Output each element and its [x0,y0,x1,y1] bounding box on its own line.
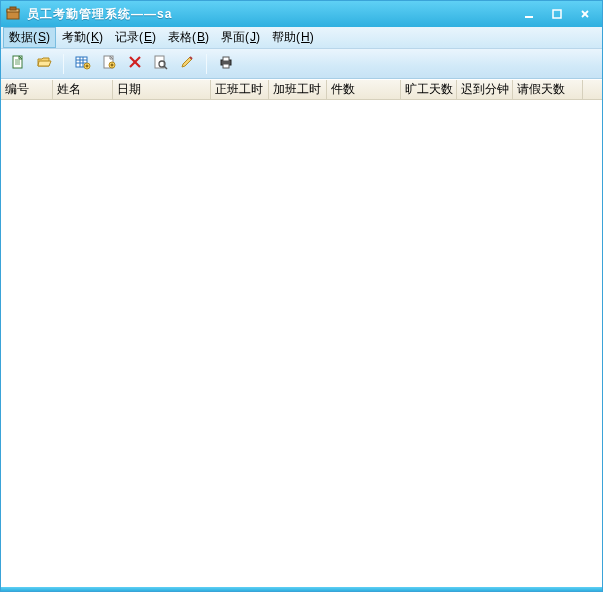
open-folder-icon [36,54,52,73]
table-add-button[interactable] [72,53,94,75]
menu-e[interactable]: 记录(E) [109,27,162,48]
content-area: 编号姓名日期正班工时加班工时件数旷工天数迟到分钟请假天数 [1,79,602,587]
svg-rect-3 [525,16,533,18]
menu-j[interactable]: 界面(J) [215,27,266,48]
print-button[interactable] [215,53,237,75]
toolbar [1,49,602,79]
app-icon [5,6,21,22]
edit-icon [179,54,195,73]
table-body[interactable] [1,100,602,587]
window-controls [514,5,598,23]
edit-button[interactable] [176,53,198,75]
column-header-name[interactable]: 姓名 [53,80,113,99]
column-header-date[interactable]: 日期 [113,80,211,99]
page-add-icon [101,54,117,73]
menu-s[interactable]: 数据(S) [3,27,56,48]
table-header: 编号姓名日期正班工时加班工时件数旷工天数迟到分钟请假天数 [1,80,602,100]
svg-rect-4 [553,10,561,18]
window-bottom-border [1,587,602,591]
svg-rect-2 [10,7,16,10]
menu-k[interactable]: 考勤(K) [56,27,109,48]
column-header-absent[interactable]: 旷工天数 [401,80,457,99]
svg-rect-29 [223,57,229,61]
menubar: 数据(S)考勤(K)记录(E)表格(B)界面(J)帮助(H) [1,27,602,49]
search-button[interactable] [150,53,172,75]
column-header-normal[interactable]: 正班工时 [211,80,269,99]
svg-rect-30 [223,64,229,68]
column-header-late[interactable]: 迟到分钟 [457,80,513,99]
delete-icon [127,54,143,73]
print-icon [218,54,234,73]
minimize-button[interactable] [516,5,542,23]
maximize-button[interactable] [544,5,570,23]
column-header-ot[interactable]: 加班工时 [269,80,327,99]
table-add-icon [75,54,91,73]
new-file-button[interactable] [7,53,29,75]
toolbar-separator [63,54,64,74]
window-title: 员工考勤管理系统——sa [27,6,514,23]
titlebar: 员工考勤管理系统——sa [1,1,602,27]
search-icon [153,54,169,73]
new-file-icon [10,54,26,73]
page-add-button[interactable] [98,53,120,75]
svg-line-27 [164,66,167,69]
open-folder-button[interactable] [33,53,55,75]
window: 员工考勤管理系统——sa 数据(S)考勤(K)记录(E)表格(B)界面(J)帮助… [0,0,603,592]
close-button[interactable] [572,5,598,23]
column-header-id[interactable]: 编号 [1,80,53,99]
menu-h[interactable]: 帮助(H) [266,27,320,48]
menu-b[interactable]: 表格(B) [162,27,215,48]
column-header-pieces[interactable]: 件数 [327,80,401,99]
delete-button[interactable] [124,53,146,75]
toolbar-separator [206,54,207,74]
column-header-leave[interactable]: 请假天数 [513,80,583,99]
